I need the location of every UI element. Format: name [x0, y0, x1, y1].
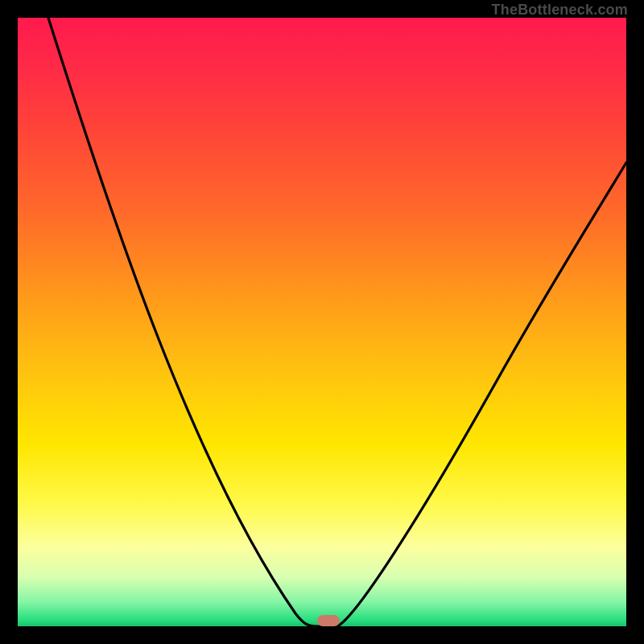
curve-path — [48, 18, 626, 626]
attribution-text: TheBottleneck.com — [492, 2, 628, 19]
chart-plot-area — [18, 18, 626, 626]
optimal-marker — [317, 615, 340, 626]
chart-frame: TheBottleneck.com — [0, 0, 644, 644]
bottleneck-curve — [18, 18, 626, 626]
